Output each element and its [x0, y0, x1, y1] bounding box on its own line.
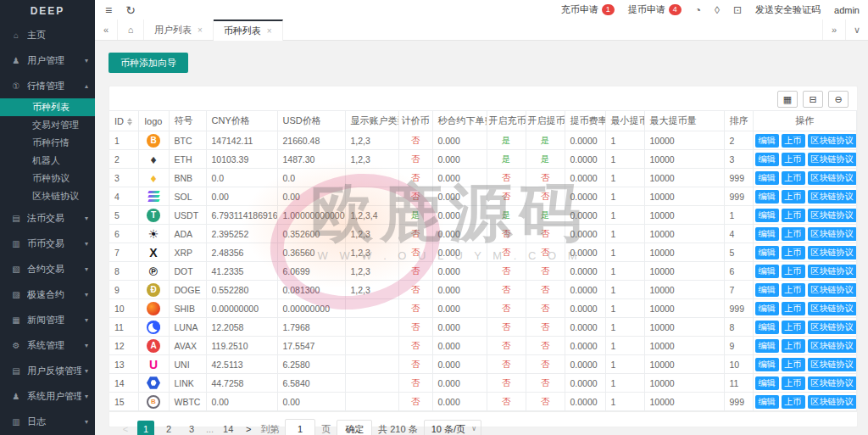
send-security-code-link[interactable]: 发送安全验证码	[755, 3, 821, 16]
print-icon[interactable]: ⊖	[828, 91, 849, 108]
cell-logo	[138, 187, 169, 206]
list-coin-button[interactable]: 上币	[782, 171, 805, 185]
sidebar-item-coin-protocol[interactable]: 币种协议	[0, 170, 95, 187]
sidebar-item-logs[interactable]: ▥日志▾	[0, 409, 95, 434]
caret-down-icon: ∨	[471, 421, 476, 435]
tag-icon[interactable]: ◊	[715, 4, 720, 16]
sidebar-item-contract-trade[interactable]: ▧合约交易▾	[0, 256, 95, 282]
chain-protocol-button[interactable]: 区块链协议	[808, 376, 857, 390]
sort-icons[interactable]	[127, 118, 132, 125]
list-coin-button[interactable]: 上币	[782, 395, 805, 409]
chain-protocol-button[interactable]: 区块链协议	[808, 209, 857, 222]
list-coin-button[interactable]: 上币	[782, 134, 805, 148]
chain-protocol-button[interactable]: 区块链协议	[808, 283, 857, 297]
next-page-button[interactable]: >	[242, 424, 254, 434]
list-coin-button[interactable]: 上币	[782, 209, 805, 222]
sidebar-item-coin-quote[interactable]: 币种行情	[0, 134, 95, 152]
list-coin-button[interactable]: 上币	[782, 190, 805, 204]
edit-button[interactable]: 编辑	[755, 190, 779, 204]
admin-user-menu[interactable]: admin	[834, 5, 860, 15]
list-coin-button[interactable]: 上币	[782, 358, 805, 371]
sidebar-item-market-mgmt[interactable]: ①行情管理▴	[0, 73, 95, 98]
tab-coin-list[interactable]: 币种列表×	[214, 20, 283, 41]
list-coin-button[interactable]: 上币	[782, 153, 805, 166]
sidebar-item-sysuser-mgmt[interactable]: ♟系统用户管理▾	[0, 383, 95, 409]
more-tabs-icon[interactable]: »	[822, 20, 845, 40]
sidebar-item-chain-protocol[interactable]: 区块链协议	[0, 187, 95, 205]
collapse-left-icon[interactable]: «	[95, 20, 118, 40]
chain-protocol-button[interactable]: 区块链协议	[808, 153, 857, 166]
edit-button[interactable]: 编辑	[755, 376, 779, 390]
sidebar-item-robot[interactable]: 机器人	[0, 152, 95, 170]
deposit-request-link[interactable]: 充币申请 1	[561, 3, 615, 16]
page-button-1[interactable]: 1	[137, 421, 154, 435]
page-button-14[interactable]: 14	[220, 421, 236, 435]
list-coin-button[interactable]: 上币	[782, 283, 805, 297]
chain-protocol-button[interactable]: 区块链协议	[808, 227, 857, 241]
edit-button[interactable]: 编辑	[755, 209, 779, 222]
refresh-icon[interactable]: ↻	[125, 4, 136, 16]
sidebar-item-feedback-mgmt[interactable]: ▤用户反馈管理▾	[0, 358, 95, 383]
edit-button[interactable]: 编辑	[755, 321, 779, 334]
chain-protocol-button[interactable]: 区块链协议	[808, 246, 857, 259]
coin-logo-icon: A	[147, 339, 160, 353]
per-page-select[interactable]: 10 条/页∨	[424, 420, 481, 435]
chain-protocol-button[interactable]: 区块链协议	[808, 302, 857, 315]
cell-withdraw-fee: 0.0000	[565, 355, 605, 374]
goto-confirm-button[interactable]: 确定	[337, 420, 372, 435]
chain-protocol-button[interactable]: 区块链协议	[808, 339, 857, 353]
edit-button[interactable]: 编辑	[755, 265, 779, 278]
edit-button[interactable]: 编辑	[755, 153, 779, 166]
list-coin-button[interactable]: 上币	[782, 265, 805, 278]
sidebar-item-pair-mgmt[interactable]: 交易对管理	[0, 116, 95, 134]
sidebar-item-user-mgmt[interactable]: ♟用户管理▾	[0, 47, 95, 73]
chain-protocol-button[interactable]: 区块链协议	[808, 358, 857, 371]
edit-button[interactable]: 编辑	[755, 302, 779, 315]
page-button-2[interactable]: 2	[160, 421, 177, 435]
chain-protocol-button[interactable]: 区块链协议	[808, 190, 857, 204]
list-coin-button[interactable]: 上币	[782, 339, 805, 353]
cell-quote-coin: 否	[398, 318, 432, 337]
sidebar-item-fiat-trade[interactable]: ▤法币交易▾	[0, 205, 95, 231]
gauge-icon[interactable]: ◔	[695, 4, 701, 16]
list-coin-button[interactable]: 上币	[782, 302, 805, 315]
edit-button[interactable]: 编辑	[755, 395, 779, 409]
sidebar-item-news-mgmt[interactable]: ▦新闻管理▾	[0, 307, 95, 332]
chain-protocol-button[interactable]: 区块链协议	[808, 395, 857, 409]
sidebar-item-fast-contract[interactable]: ▨极速合约▾	[0, 282, 95, 307]
list-coin-button[interactable]: 上币	[782, 227, 805, 241]
edit-button[interactable]: 编辑	[755, 358, 779, 371]
sidebar-item-coin-list[interactable]: 币种列表	[0, 98, 95, 116]
cell-deposit-enabled: 否	[487, 243, 526, 262]
list-coin-button[interactable]: 上币	[782, 376, 805, 390]
chain-protocol-button[interactable]: 区块链协议	[808, 134, 857, 148]
home-tab-icon[interactable]: ⌂	[118, 20, 144, 40]
filter-columns-icon[interactable]: ▦	[777, 91, 798, 108]
tab-dropdown-icon[interactable]: ∨	[845, 20, 868, 40]
edit-button[interactable]: 编辑	[755, 227, 779, 241]
close-icon[interactable]: ×	[198, 25, 203, 35]
close-icon[interactable]: ×	[267, 26, 272, 36]
chain-protocol-button[interactable]: 区块链协议	[808, 321, 857, 334]
edit-button[interactable]: 编辑	[755, 246, 779, 259]
sidebar-item-spot-trade[interactable]: ▥币币交易▾	[0, 231, 95, 256]
sidebar-item-system-mgmt[interactable]: ⚙系统管理▾	[0, 332, 95, 358]
prev-page-button[interactable]: <	[120, 424, 131, 434]
edit-button[interactable]: 编辑	[755, 134, 779, 148]
add-coin-wizard-button[interactable]: 币种添加向导	[108, 53, 188, 73]
chain-protocol-button[interactable]: 区块链协议	[808, 171, 857, 185]
list-coin-button[interactable]: 上币	[782, 321, 805, 334]
fullscreen-icon[interactable]: ⊡	[733, 4, 742, 16]
edit-button[interactable]: 编辑	[755, 283, 779, 297]
page-button-3[interactable]: 3	[183, 421, 200, 435]
chain-protocol-button[interactable]: 区块链协议	[808, 265, 857, 278]
tab-user-list[interactable]: 用户列表×	[144, 20, 214, 40]
menu-collapse-icon[interactable]: ≡	[105, 4, 112, 16]
withdraw-request-link[interactable]: 提币申请 4	[628, 3, 682, 16]
edit-button[interactable]: 编辑	[755, 339, 779, 353]
list-coin-button[interactable]: 上币	[782, 246, 805, 259]
sidebar-item-home[interactable]: ⌂主页	[0, 22, 95, 47]
edit-button[interactable]: 编辑	[755, 171, 779, 185]
export-icon[interactable]: ⊟	[803, 91, 823, 108]
goto-page-input[interactable]	[285, 419, 315, 435]
